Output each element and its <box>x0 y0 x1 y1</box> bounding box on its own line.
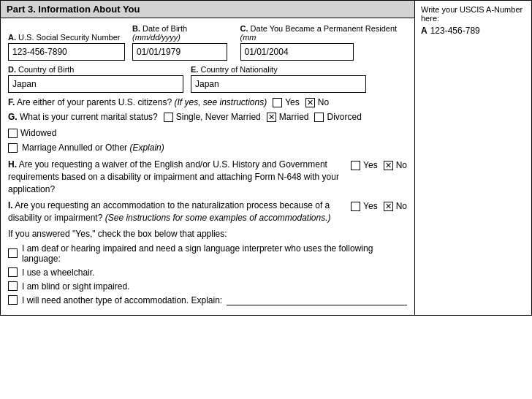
accommodation-item-2: I am blind or sight impaired. <box>8 281 407 292</box>
question-g-single-label: Single, Never Married <box>176 112 261 122</box>
question-f-yes-label: Yes <box>285 97 300 107</box>
question-h-no[interactable]: No <box>384 160 407 170</box>
right-panel: Write your USCIS A-Number here: A 123-45… <box>415 0 532 316</box>
country-nationality-label: E. Country of Nationality <box>191 65 366 74</box>
question-f-no-label: No <box>318 97 329 107</box>
question-f-yes[interactable]: Yes <box>273 97 300 107</box>
question-h-row: H. Are you requesting a waiver of the En… <box>8 159 407 195</box>
question-f-yes-checkbox[interactable] <box>273 98 282 107</box>
question-g-widowed-checkbox[interactable] <box>8 129 18 138</box>
question-g-married-checkbox[interactable] <box>267 113 276 122</box>
question-i-yes-label: Yes <box>363 201 378 211</box>
accommodation-item-3: I will need another type of accommodatio… <box>8 295 407 305</box>
uscis-number: 123-456-789 <box>430 26 480 36</box>
accommodation-line-3 <box>227 295 407 305</box>
question-h-answers: Yes No <box>351 159 407 170</box>
question-f-row: F. Are either of your parents U.S. citiz… <box>8 97 407 107</box>
ssn-label: A. U.S. Social Security Number <box>8 33 125 42</box>
part-header: Part 3. Information About You <box>1 1 414 18</box>
question-h-yes-checkbox[interactable] <box>351 161 360 170</box>
question-h-yes-label: Yes <box>363 160 378 170</box>
question-h-no-label: No <box>396 160 407 170</box>
question-i-no-checkbox[interactable] <box>384 202 393 211</box>
question-f-no[interactable]: No <box>305 97 329 107</box>
uscis-label: Write your USCIS A-Number here: <box>421 5 525 23</box>
question-g-married[interactable]: Married <box>267 112 309 122</box>
accommodation-item-0: I am deaf or hearing impaired and need a… <box>8 243 407 264</box>
annulled-label: Marriage Annulled or Other (Explain) <box>22 142 164 153</box>
accommodation-label-0: I am deaf or hearing impaired and need a… <box>22 243 403 264</box>
question-f-text: F. Are either of your parents U.S. citiz… <box>8 97 267 107</box>
country-nationality-input[interactable] <box>191 75 366 93</box>
ssn-input[interactable] <box>8 43 125 61</box>
prd-field-group: C. Date You Became a Permanent Resident … <box>240 24 407 61</box>
question-f-no-checkbox[interactable] <box>305 98 315 107</box>
question-g-married-label: Married <box>279 112 309 122</box>
question-g-divorced[interactable]: Divorced <box>314 112 361 122</box>
accommodation-checkbox-0[interactable] <box>8 248 18 258</box>
question-i-text: I. Are you requesting an accommodation t… <box>8 200 345 224</box>
accommodation-label-2: I am blind or sight impaired. <box>22 281 129 292</box>
if-yes-text: If you answered "Yes," check the box bel… <box>8 229 407 239</box>
question-h-yes[interactable]: Yes <box>351 160 378 170</box>
ssn-field-group: A. U.S. Social Security Number <box>8 33 125 61</box>
accommodation-checkbox-1[interactable] <box>8 267 18 277</box>
question-i-yes[interactable]: Yes <box>351 201 378 211</box>
country-birth-input[interactable] <box>8 75 183 93</box>
uscis-input-row: A 123-456-789 <box>421 26 525 36</box>
question-g-text: G. What is your current marital status? <box>8 112 158 122</box>
question-i-no-label: No <box>396 201 407 211</box>
question-g-divorced-label: Divorced <box>327 112 361 122</box>
dob-field-group: B. Date of Birth (mm/dd/yyyy) <box>132 24 233 61</box>
question-i-row: I. Are you requesting an accommodation t… <box>8 200 407 224</box>
question-i-yes-checkbox[interactable] <box>351 202 360 211</box>
country-nationality-group: E. Country of Nationality <box>191 65 366 93</box>
accommodation-checkbox-3[interactable] <box>8 295 18 305</box>
question-g-divorced-checkbox[interactable] <box>314 113 324 122</box>
prd-input[interactable] <box>240 43 354 61</box>
accommodation-label-3: I will need another type of accommodatio… <box>22 295 222 305</box>
question-g-row: G. What is your current marital status? … <box>8 112 407 138</box>
accommodation-item-1: I use a wheelchair. <box>8 267 407 278</box>
accommodation-checkbox-2[interactable] <box>8 281 18 291</box>
accommodation-list: I am deaf or hearing impaired and need a… <box>8 243 407 305</box>
uscis-a-prefix: A <box>421 26 428 36</box>
country-birth-label: D. Country of Birth <box>8 65 183 74</box>
question-g-widowed-label: Widowed <box>20 128 56 138</box>
annulled-checkbox[interactable] <box>8 143 18 153</box>
question-h-text: H. Are you requesting a waiver of the En… <box>8 159 345 195</box>
question-g-single-checkbox[interactable] <box>164 113 173 122</box>
accommodation-label-1: I use a wheelchair. <box>22 267 94 278</box>
question-g-widowed[interactable]: Widowed <box>8 128 56 138</box>
question-i-answers: Yes No <box>351 200 407 211</box>
prd-label: C. Date You Became a Permanent Resident … <box>240 24 407 42</box>
dob-label: B. Date of Birth (mm/dd/yyyy) <box>132 24 233 42</box>
question-h-no-checkbox[interactable] <box>384 161 393 170</box>
question-g-single[interactable]: Single, Never Married <box>164 112 261 122</box>
country-birth-group: D. Country of Birth <box>8 65 183 93</box>
dob-input[interactable] <box>132 43 227 61</box>
annulled-row: Marriage Annulled or Other (Explain) <box>8 142 407 153</box>
question-i-no[interactable]: No <box>384 201 407 211</box>
